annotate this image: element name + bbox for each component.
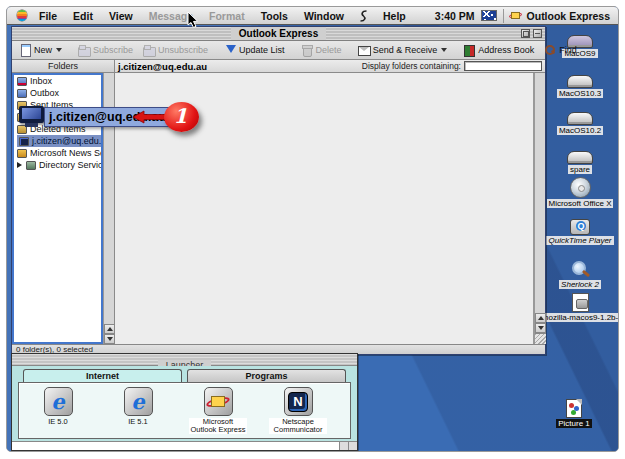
desktop-icon-office-x[interactable]: Microsoft Office X (542, 177, 618, 208)
menu-clock[interactable]: 3:40 PM (435, 10, 475, 22)
menu-view[interactable]: View (101, 10, 141, 22)
folder-row-deleted-items[interactable]: Deleted Items (14, 123, 101, 135)
deleted-items-icon (17, 125, 27, 134)
directory-services-icon (26, 161, 36, 170)
scroll-left-button[interactable] (339, 442, 348, 450)
mail-account-icon (19, 137, 29, 146)
folders-column-header[interactable]: Folders (12, 60, 114, 73)
folders-scrollbar[interactable] (103, 73, 114, 344)
launcher-body: Internet Programs e IE 5.0 e IE 5.1 (12, 366, 357, 441)
resize-grip[interactable] (535, 333, 546, 344)
tab-programs[interactable]: Programs (187, 369, 346, 382)
inbox-icon (17, 77, 27, 86)
launcher-item-ie50: e IE 5.0 (29, 387, 87, 426)
folder-row-outbox[interactable]: Outbox (14, 87, 101, 99)
desktop-icon-label: MacOS10.2 (557, 126, 603, 135)
desktop-icon-spare[interactable]: spare (542, 151, 618, 174)
menu-help[interactable]: Help (375, 10, 414, 22)
disk-icon (567, 151, 593, 164)
drafts-icon (17, 113, 27, 122)
filter-label: Display folders containing: (362, 61, 461, 71)
folder-row-directory-services[interactable]: Directory Services (14, 159, 101, 171)
find-button[interactable]: Find (540, 43, 581, 57)
scroll-right-button[interactable] (348, 442, 357, 450)
tab-internet[interactable]: Internet (23, 369, 182, 382)
folder-list: Inbox Outbox Sent Items (12, 73, 103, 344)
desktop-icon-mozilla[interactable]: mozilla-macos9-1.2b- (542, 293, 618, 322)
launcher-title-bar[interactable]: Launcher (12, 354, 357, 366)
window-title-bar[interactable]: Outlook Express (12, 27, 545, 41)
folder-row-account-selected[interactable]: j.citizen@uq.edu.au (14, 135, 101, 147)
desktop-icon-macos10-2[interactable]: MacOS10.2 (542, 112, 618, 135)
zoom-box-button[interactable] (521, 29, 530, 38)
ie50-button[interactable]: e (44, 387, 73, 416)
netscape-button[interactable]: N (284, 387, 313, 416)
mac-screen: File Edit View Message Format Tools Wind… (6, 6, 619, 452)
desktop-icon-quicktime[interactable]: QuickTime Player (542, 219, 618, 245)
desktop-icon-label: mozilla-macos9-1.2b- (540, 313, 619, 322)
launcher-item-outlook-express: Microsoft Outlook Express (189, 387, 247, 434)
outlook-express-icon (208, 394, 228, 410)
launcher-item-label: IE 5.0 (48, 418, 68, 426)
screenshot-frame: File Edit View Message Format Tools Wind… (0, 0, 625, 459)
news-server-icon (17, 149, 27, 158)
cd-icon (570, 177, 591, 198)
launcher-item-label: Microsoft Outlook Express (189, 418, 247, 434)
new-button[interactable]: New (15, 43, 66, 57)
internet-explorer-icon: e (51, 392, 64, 412)
outlook-express-button[interactable] (204, 387, 233, 416)
menu-bar: File Edit View Message Format Tools Wind… (7, 7, 618, 25)
update-list-button[interactable]: Update List (220, 43, 289, 57)
desktop-icon-label: QuickTime Player (546, 236, 613, 245)
window-title: Outlook Express (231, 27, 326, 40)
scroll-up-button[interactable] (104, 324, 115, 334)
apple-menu-icon[interactable] (17, 10, 27, 21)
account-name-heading: j.citizen@uq.edu.au (118, 61, 207, 72)
desktop-icon-picture1[interactable]: Picture 1 (544, 399, 604, 428)
chevron-down-icon (56, 48, 62, 52)
find-icon (544, 44, 556, 56)
main-pane-header: j.citizen@uq.edu.au Display folders cont… (115, 60, 545, 73)
address-book-icon (463, 44, 475, 56)
active-app-name[interactable]: Outlook Express (527, 10, 610, 22)
disk-icon (567, 75, 593, 88)
main-pane: j.citizen@uq.edu.au Display folders cont… (115, 60, 545, 344)
menu-tools[interactable]: Tools (253, 10, 296, 22)
desktop-icon-label: MacOS10.3 (557, 89, 603, 98)
outlook-express-app-icon[interactable] (510, 10, 521, 21)
picture-document-icon (566, 399, 582, 418)
internet-explorer-icon: e (131, 392, 144, 412)
scroll-down-button[interactable] (104, 334, 115, 344)
scroll-down-button[interactable] (535, 323, 546, 333)
menu-format: Format (201, 10, 253, 22)
address-book-button[interactable]: Address Book (459, 43, 538, 57)
desktop-icon-macos10-3[interactable]: MacOS10.3 (542, 75, 618, 98)
launcher-window: Launcher Internet Programs e IE 5.0 e IE… (11, 353, 358, 451)
desktop-icon-label: Sherlock 2 (559, 280, 601, 289)
update-list-icon (224, 44, 236, 56)
folder-row-sent-items[interactable]: Sent Items (14, 99, 101, 111)
subscribe-button: Subscribe (74, 43, 137, 57)
menu-window[interactable]: Window (296, 10, 352, 22)
scroll-up-button[interactable] (535, 313, 546, 323)
filter-input[interactable] (464, 61, 542, 71)
launcher-icon-panel: e IE 5.0 e IE 5.1 Microsoft Outlook Expr… (18, 382, 351, 439)
empty-folder-canvas[interactable] (115, 73, 534, 344)
desktop-icon-label: Picture 1 (556, 419, 592, 428)
main-scrollbar[interactable] (534, 73, 545, 344)
folder-row-news-server[interactable]: Microsoft News Server (14, 147, 101, 159)
keyboard-flag-icon[interactable] (481, 10, 497, 21)
menu-edit[interactable]: Edit (65, 10, 101, 22)
ie51-button[interactable]: e (124, 387, 153, 416)
disclosure-triangle-icon[interactable] (17, 162, 22, 168)
menu-file[interactable]: File (31, 10, 65, 22)
folders-panel: Folders Inbox Outbox (12, 60, 115, 344)
folder-row-inbox[interactable]: Inbox (14, 75, 101, 87)
folder-display-area[interactable] (115, 73, 545, 344)
launcher-scrollbar[interactable] (12, 441, 357, 450)
send-receive-button[interactable]: Send & Receive (354, 43, 452, 57)
folder-row-drafts[interactable]: Drafts (14, 111, 101, 123)
desktop-icon-sherlock[interactable]: Sherlock 2 (542, 261, 618, 289)
script-menu-icon[interactable] (358, 10, 369, 22)
collapse-box-button[interactable] (533, 29, 542, 38)
